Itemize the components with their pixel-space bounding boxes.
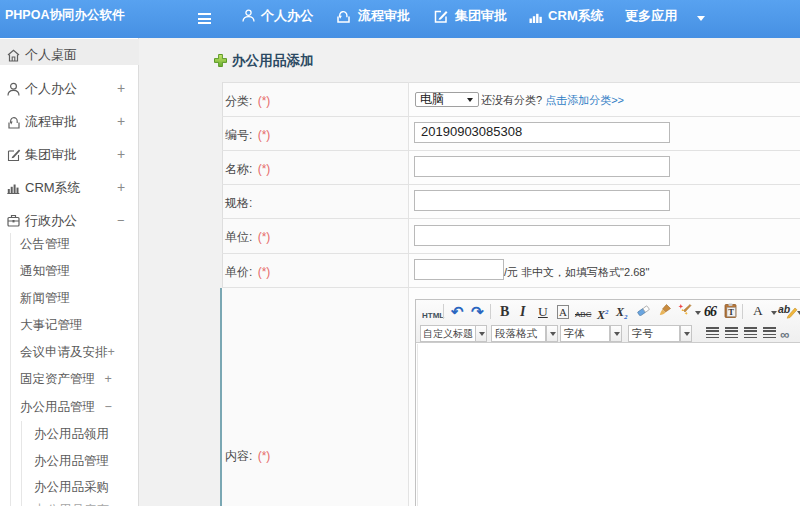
svg-text:T: T	[728, 307, 734, 317]
